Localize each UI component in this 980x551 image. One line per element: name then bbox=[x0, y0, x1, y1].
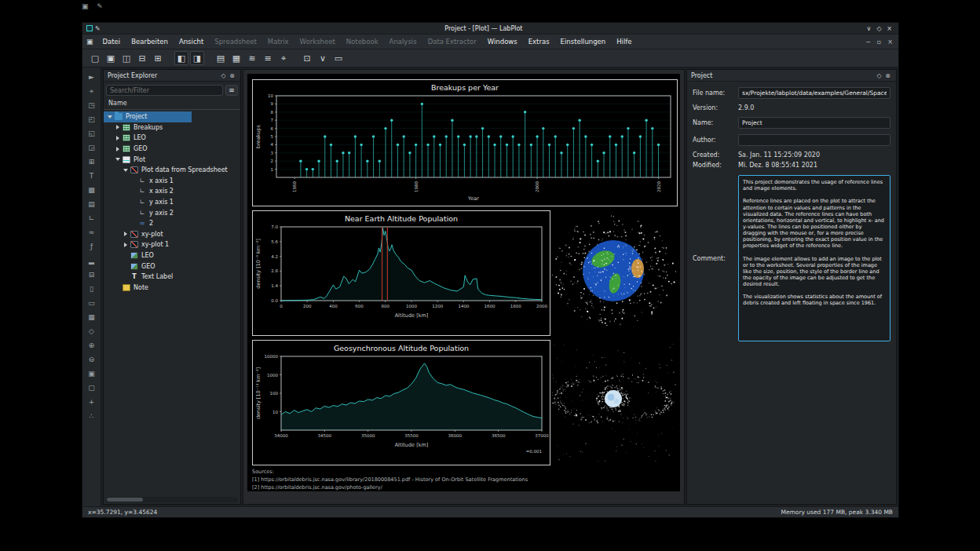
tree-item-geo-3[interactable]: GEO bbox=[104, 144, 240, 155]
expander-open-icon[interactable] bbox=[122, 166, 129, 173]
tree-item-xy-plot-11[interactable]: xy-plot bbox=[104, 229, 240, 240]
menubar-app-icon[interactable]: ▣ bbox=[86, 38, 93, 46]
new-spreadsheet-button[interactable]: ▤ bbox=[214, 51, 228, 65]
menu-ansicht[interactable]: Ansicht bbox=[174, 36, 209, 47]
tree-item-x-axis-1-6[interactable]: ∟x axis 1 bbox=[104, 176, 240, 187]
save-project-button[interactable]: ◫ bbox=[119, 51, 133, 65]
vertical-layout-icon[interactable]: ▯ bbox=[86, 283, 98, 294]
close-window-icon[interactable]: × bbox=[884, 25, 894, 32]
tree-item-leo-2[interactable]: LEO bbox=[104, 133, 240, 144]
print-preview-button[interactable]: ⊞ bbox=[151, 51, 165, 65]
add-xy-curve-icon[interactable]: ≈ bbox=[86, 227, 98, 238]
add-equation-curve-icon[interactable]: ƒ bbox=[86, 241, 98, 252]
expander-closed-icon[interactable] bbox=[114, 134, 121, 141]
tree-item-y-axis-1-8[interactable]: ∟y axis 1 bbox=[104, 197, 240, 208]
tree-item-plot-data-from-spreadsheet-5[interactable]: Plot data from Spreadsheet bbox=[104, 165, 240, 176]
worksheet-canvas[interactable]: Breakups per Year12345678910196019802000… bbox=[247, 74, 680, 491]
navigate-icon[interactable]: + bbox=[86, 396, 98, 407]
expander-closed-icon[interactable] bbox=[114, 145, 121, 152]
tree-item-text-label-15[interactable]: TText Label bbox=[104, 272, 240, 283]
add-plot-origin-axes-icon[interactable]: ◲ bbox=[86, 142, 98, 153]
add-histogram-icon[interactable]: ▂ bbox=[86, 255, 98, 266]
search-input[interactable] bbox=[106, 85, 223, 96]
name-input[interactable] bbox=[738, 117, 890, 129]
mdi-close-icon[interactable]: × bbox=[886, 38, 894, 46]
expander-closed-icon[interactable] bbox=[122, 241, 129, 248]
add-boxplot-icon[interactable]: ⊟ bbox=[86, 269, 98, 280]
open-project-button[interactable]: ▣ bbox=[104, 51, 118, 65]
toggle-properties-button[interactable]: ◨ bbox=[190, 51, 204, 65]
break-layout-icon[interactable]: ◇ bbox=[86, 326, 98, 337]
tree-horizontal-scrollbar[interactable] bbox=[106, 497, 238, 502]
new-project-button[interactable]: ▢ bbox=[88, 51, 102, 65]
tree-item-y-axis-2-9[interactable]: ∟y axis 2 bbox=[104, 207, 240, 218]
new-object-dropdown[interactable]: ∨ bbox=[316, 51, 330, 65]
data-extractor-button[interactable]: ⌖ bbox=[276, 51, 291, 65]
chart-geosynchronous-altitude[interactable]: Geosynchronous Altitude Population101001… bbox=[252, 340, 550, 465]
titlebar[interactable]: ✎ Project - [Plot] — LabPlot ∨◇× bbox=[82, 23, 898, 35]
add-legend-icon[interactable]: ▤ bbox=[86, 199, 98, 210]
new-notebook-button[interactable]: ≡ bbox=[261, 51, 275, 65]
zoom-select-icon[interactable]: ▢ bbox=[86, 382, 98, 393]
zoom-in-icon[interactable]: ⊕ bbox=[86, 340, 98, 351]
cursor-tool-icon[interactable]: ∴ bbox=[86, 411, 98, 421]
add-plot-two-axes-icon[interactable]: ◰ bbox=[86, 114, 98, 125]
float-panel-icon[interactable]: ◇ bbox=[875, 72, 883, 79]
zoom-out-icon[interactable]: ⊖ bbox=[86, 354, 98, 365]
menu-bearbeiten[interactable]: Bearbeiten bbox=[126, 36, 174, 47]
chart-near-earth-altitude[interactable]: Near Earth Altitude Population0.01.42.84… bbox=[252, 210, 550, 336]
scrollbar-handle[interactable] bbox=[107, 498, 143, 502]
export-button[interactable]: ⊡ bbox=[300, 51, 314, 65]
chart-breakups-per-year[interactable]: Breakups per Year12345678910196019802000… bbox=[252, 79, 678, 206]
horizontal-layout-icon[interactable]: ▭ bbox=[86, 297, 98, 308]
tree-item-x-axis-2-7[interactable]: ∟x axis 2 bbox=[104, 186, 240, 197]
expander-closed-icon[interactable] bbox=[114, 124, 121, 131]
close-panel-icon[interactable]: ⊗ bbox=[228, 72, 236, 79]
expander-closed-icon[interactable] bbox=[122, 231, 129, 238]
add-text-label-icon[interactable]: T bbox=[86, 170, 98, 181]
menu-datei[interactable]: Datei bbox=[97, 36, 126, 47]
menu-hilfe[interactable]: Hilfe bbox=[611, 36, 637, 47]
toggle-project-explorer-button[interactable]: ◧ bbox=[174, 51, 188, 65]
crosshair-tool-icon[interactable]: ⌖ bbox=[86, 86, 98, 97]
tree-item-2-10[interactable]: ≈2 bbox=[104, 218, 240, 229]
float-panel-icon[interactable]: ◇ bbox=[219, 72, 228, 79]
tree-item-note-16[interactable]: Note bbox=[104, 283, 240, 294]
expander-open-icon[interactable] bbox=[106, 113, 113, 120]
properties-header[interactable]: Project ◇ ⊗ bbox=[687, 70, 896, 82]
add-axis-icon[interactable]: ∟ bbox=[86, 213, 98, 224]
tree-item-geo-14[interactable]: GEO bbox=[104, 261, 240, 272]
geo-debris-image[interactable] bbox=[550, 344, 676, 462]
add-plot-template-icon[interactable]: ⊞ bbox=[86, 156, 98, 167]
tree-item-leo-13[interactable]: LEO bbox=[104, 250, 240, 261]
print-button[interactable]: ⊟ bbox=[135, 51, 149, 65]
comment-textarea[interactable]: This project demonstrates the usage of r… bbox=[738, 175, 890, 341]
project-explorer-header[interactable]: Project Explorer ◇ ⊗ bbox=[104, 70, 240, 82]
new-worksheet-button[interactable]: ≋ bbox=[245, 51, 259, 65]
tree-item-project-0[interactable]: Project bbox=[104, 111, 240, 122]
menu-windows[interactable]: Windows bbox=[482, 36, 523, 47]
menu-extras[interactable]: Extras bbox=[523, 36, 555, 47]
new-matrix-button[interactable]: ▦ bbox=[229, 51, 243, 65]
expander-open-icon[interactable] bbox=[114, 156, 121, 163]
add-image-icon[interactable]: ▩ bbox=[86, 184, 98, 195]
file-name-input[interactable] bbox=[738, 87, 890, 99]
filter-options-button[interactable]: ≡ bbox=[225, 85, 238, 96]
tree-item-breakups-1[interactable]: Breakups bbox=[104, 122, 240, 133]
maximize-window-icon[interactable]: ◇ bbox=[874, 25, 884, 32]
shade-window-icon[interactable]: ∨ bbox=[864, 25, 874, 32]
mdi-restore-icon[interactable]: ▫ bbox=[875, 38, 883, 46]
add-plot-centered-axes-icon[interactable]: ◱ bbox=[86, 128, 98, 139]
close-panel-icon[interactable]: ⊗ bbox=[883, 72, 892, 79]
tree-column-header[interactable]: Name bbox=[104, 98, 240, 110]
add-plot-four-axes-icon[interactable]: ◳ bbox=[86, 100, 98, 111]
menu-einstellungen[interactable]: Einstellungen bbox=[555, 36, 612, 47]
leo-debris-image[interactable] bbox=[550, 214, 676, 332]
author-input[interactable] bbox=[738, 134, 890, 146]
new-folder-button[interactable]: ▭ bbox=[331, 51, 346, 65]
zoom-fit-icon[interactable]: ▣ bbox=[86, 368, 98, 379]
select-tool-icon[interactable]: ► bbox=[86, 71, 98, 82]
tree-item-xy-plot-1-12[interactable]: xy-plot 1 bbox=[104, 239, 240, 250]
grid-layout-icon[interactable]: ▦ bbox=[86, 312, 98, 323]
tree-item-plot-4[interactable]: Plot bbox=[104, 154, 240, 165]
